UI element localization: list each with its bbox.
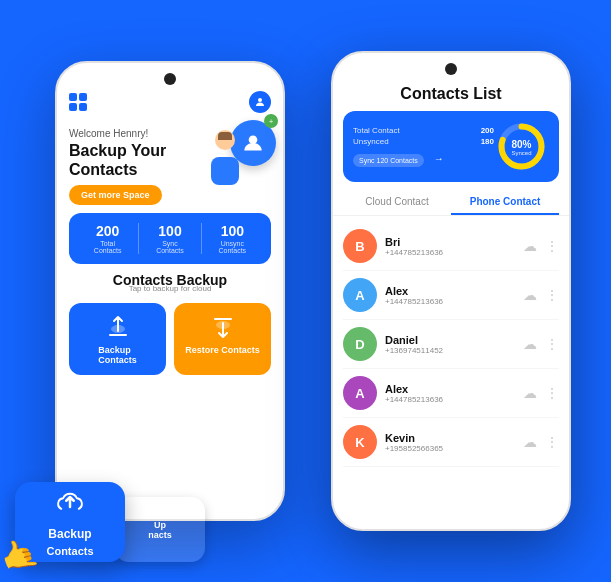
svg-point-0 bbox=[258, 98, 262, 102]
download-icon bbox=[209, 313, 237, 341]
arrow-right-icon: → bbox=[434, 153, 444, 164]
contact-info-bri: Bri +144785213636 bbox=[385, 236, 515, 257]
welcome-section: Welcome Hennry! Backup Your Contacts Get… bbox=[69, 123, 271, 205]
contacts-list-title: Contacts List bbox=[333, 81, 569, 111]
svg-point-2 bbox=[111, 325, 125, 333]
contact-avatar-daniel: D bbox=[343, 327, 377, 361]
total-contact-label: Total Contact bbox=[353, 126, 400, 135]
unsynced-row: Unsynced 180 bbox=[353, 137, 494, 146]
contact-list: B Bri +144785213636 ☁ ⋮ A Alex +14478521… bbox=[333, 222, 569, 529]
stats-bar: 200 TotalContacts 100 SyncContacts 100 U… bbox=[69, 213, 271, 264]
bottom-overlay: Backup Contacts 🤙 Upnacts bbox=[15, 482, 205, 562]
contact-item-alex2[interactable]: A Alex +144785213636 ☁ ⋮ bbox=[343, 369, 559, 418]
more-options-icon-4[interactable]: ⋮ bbox=[545, 385, 559, 401]
contact-tabs: Cloud Contact Phone Contact bbox=[333, 190, 569, 216]
total-contacts-stat: 200 TotalContacts bbox=[77, 223, 139, 254]
person-3d-illustration: + bbox=[206, 115, 276, 185]
more-options-icon-5[interactable]: ⋮ bbox=[545, 434, 559, 450]
total-contact-value: 200 bbox=[481, 126, 494, 135]
contact-item-alex1[interactable]: A Alex +144785213636 ☁ ⋮ bbox=[343, 271, 559, 320]
contacts-backup-section: Contacts Backup Tap to backup for cloud bbox=[69, 272, 271, 293]
sub-card-label: Upnacts bbox=[148, 520, 172, 540]
sync-contacts-stat: 100 SyncContacts bbox=[139, 223, 201, 254]
backup-overlay-label: Backup bbox=[48, 527, 91, 541]
get-more-space-button[interactable]: Get more Space bbox=[69, 185, 162, 205]
cloud-sync-icon-5: ☁ bbox=[523, 434, 537, 450]
contact-avatar-alex2: A bbox=[343, 376, 377, 410]
right-phone: Contacts List Total Contact 200 Unsynced… bbox=[331, 51, 571, 531]
sync-contacts-btn[interactable]: Sync 120 Contacts bbox=[353, 154, 424, 167]
contact-info-alex1: Alex +144785213636 bbox=[385, 285, 515, 306]
backup-btn-label: BackupContacts bbox=[98, 345, 137, 365]
backup-buttons-row: BackupContacts Restore Contacts bbox=[69, 303, 271, 375]
sub-card-overlay[interactable]: Upnacts bbox=[115, 497, 205, 562]
phone-notch-right bbox=[445, 63, 457, 75]
tab-phone-contact[interactable]: Phone Contact bbox=[451, 190, 559, 215]
phone-notch-left bbox=[164, 73, 176, 85]
sync-banner: Total Contact 200 Unsynced 180 Sync 120 … bbox=[343, 111, 559, 182]
cloud-sync-icon-4: ☁ bbox=[523, 385, 537, 401]
left-phone: Welcome Hennry! Backup Your Contacts Get… bbox=[55, 61, 285, 521]
contacts-overlay-label: Contacts bbox=[46, 545, 93, 557]
backup-button[interactable]: BackupContacts bbox=[69, 303, 166, 375]
left-phone-content: Welcome Hennry! Backup Your Contacts Get… bbox=[57, 63, 283, 519]
restore-btn-label: Restore Contacts bbox=[185, 345, 260, 355]
cloud-sync-icon: ☁ bbox=[523, 238, 537, 254]
unsync-contacts-stat: 100 UnsyncContacts bbox=[202, 223, 263, 254]
more-options-icon-2[interactable]: ⋮ bbox=[545, 287, 559, 303]
avatars-row: Sync 120 Contacts → bbox=[353, 150, 494, 167]
contact-item-daniel[interactable]: D Daniel +136974511452 ☁ ⋮ bbox=[343, 320, 559, 369]
sync-donut-chart: 80% Synced bbox=[494, 119, 549, 174]
backup-card-overlay[interactable]: Backup Contacts 🤙 bbox=[15, 482, 125, 562]
total-contact-row: Total Contact 200 bbox=[353, 126, 494, 135]
restore-button[interactable]: Restore Contacts bbox=[174, 303, 271, 375]
unsynced-value: 180 bbox=[481, 137, 494, 146]
tab-cloud-contact[interactable]: Cloud Contact bbox=[343, 190, 451, 215]
contact-info-kevin: Kevin +195852566365 bbox=[385, 432, 515, 453]
donut-percent: 80% bbox=[511, 138, 531, 149]
contact-avatar-alex1: A bbox=[343, 278, 377, 312]
grid-icon[interactable] bbox=[69, 93, 87, 111]
contact-avatar-bri: B bbox=[343, 229, 377, 263]
contact-item-bri[interactable]: B Bri +144785213636 ☁ ⋮ bbox=[343, 222, 559, 271]
backup-subtitle: Tap to backup for cloud bbox=[69, 284, 271, 293]
donut-text: 80% Synced bbox=[511, 138, 531, 155]
more-options-icon-3[interactable]: ⋮ bbox=[545, 336, 559, 352]
cloud-upload-icon bbox=[55, 487, 85, 523]
sync-info: Total Contact 200 Unsynced 180 Sync 120 … bbox=[353, 126, 494, 167]
hand-emoji: 🤙 bbox=[0, 532, 42, 578]
more-options-icon[interactable]: ⋮ bbox=[545, 238, 559, 254]
cloud-sync-icon-3: ☁ bbox=[523, 336, 537, 352]
contact-info-daniel: Daniel +136974511452 bbox=[385, 334, 515, 355]
svg-point-3 bbox=[216, 321, 230, 329]
contact-info-alex2: Alex +144785213636 bbox=[385, 383, 515, 404]
donut-label: Synced bbox=[511, 149, 531, 155]
svg-point-1 bbox=[249, 135, 258, 144]
contact-avatar-kevin: K bbox=[343, 425, 377, 459]
top-bar bbox=[69, 91, 271, 113]
right-phone-content: Contacts List Total Contact 200 Unsynced… bbox=[333, 53, 569, 529]
welcome-text: Welcome Hennry! bbox=[69, 128, 148, 139]
cloud-sync-icon-2: ☁ bbox=[523, 287, 537, 303]
upload-icon bbox=[104, 313, 132, 341]
contact-item-kevin[interactable]: K Kevin +195852566365 ☁ ⋮ bbox=[343, 418, 559, 467]
user-avatar-icon[interactable] bbox=[249, 91, 271, 113]
unsynced-label: Unsynced bbox=[353, 137, 389, 146]
